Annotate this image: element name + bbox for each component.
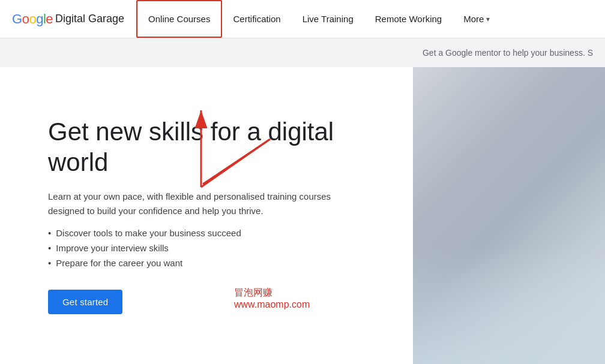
banner-bar: Get a Google mentor to help your busines… (0, 38, 605, 67)
hero-image (413, 67, 605, 364)
banner-text: Get a Google mentor to help your busines… (423, 48, 593, 58)
nav-item-certification[interactable]: Certification (222, 0, 291, 38)
watermark-line2: www.maomp.com (234, 299, 310, 310)
nav-item-more[interactable]: More ▾ (453, 0, 501, 38)
nav-items: Online Courses Certification Live Traini… (136, 0, 593, 38)
main-content: Get new skills for a digital world Learn… (0, 67, 605, 364)
list-item: Discover tools to make your business suc… (48, 228, 383, 238)
hero-description: Learn at your own pace, with flexible an… (48, 189, 348, 218)
hero-section: Get new skills for a digital world Learn… (0, 67, 413, 364)
nav-item-remote-working[interactable]: Remote Working (364, 0, 453, 38)
nav-item-online-courses[interactable]: Online Courses (136, 0, 222, 38)
list-item: Improve your interview skills (48, 243, 383, 253)
get-started-button[interactable]: Get started (48, 290, 122, 314)
navbar: Google Digital Garage Online Courses Cer… (0, 0, 605, 38)
list-item: Prepare for the career you want (48, 258, 383, 268)
bullet-list: Discover tools to make your business suc… (48, 228, 383, 273)
nav-item-live-training[interactable]: Live Training (292, 0, 364, 38)
logo[interactable]: Google Digital Garage (12, 11, 124, 27)
hero-title: Get new skills for a digital world (48, 117, 348, 178)
google-logo-text: Google (12, 11, 53, 27)
hero-image-inner (413, 67, 605, 364)
digital-garage-text: Digital Garage (55, 13, 124, 25)
watermark-line1: 冒泡网赚 (234, 287, 310, 299)
chevron-down-icon: ▾ (486, 15, 490, 23)
watermark: 冒泡网赚 www.maomp.com (234, 287, 310, 310)
